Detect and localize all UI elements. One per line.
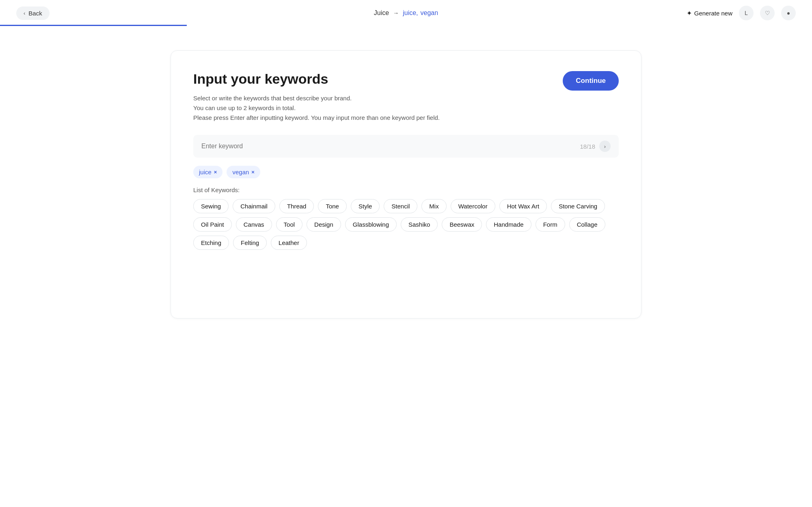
heart-icon: ♡ — [765, 10, 770, 16]
selected-tags: juice × vegan × — [193, 166, 619, 178]
back-button[interactable]: ‹ Back — [16, 6, 50, 20]
header-tag-juice: juice, — [403, 9, 418, 17]
input-arrow-button[interactable]: › — [599, 141, 611, 152]
keyword-chip-stone-carving[interactable]: Stone Carving — [551, 199, 605, 213]
header: ‹ Back Juice → juice, vegan ✦ Generate n… — [0, 0, 812, 26]
card-header: Input your keywords Select or write the … — [193, 71, 619, 123]
user-icon: L — [745, 10, 748, 16]
keyword-chip-etching[interactable]: Etching — [193, 236, 229, 250]
heart-icon-button[interactable]: ♡ — [760, 6, 775, 20]
brand-name: Juice — [374, 9, 389, 17]
header-tags: juice, vegan — [403, 9, 438, 17]
keyword-chip-design[interactable]: Design — [307, 217, 341, 232]
keyword-chip-thread[interactable]: Thread — [279, 199, 314, 213]
keyword-chip-mix[interactable]: Mix — [421, 199, 446, 213]
card-title-block: Input your keywords Select or write the … — [193, 71, 440, 123]
keyword-chip-handmade[interactable]: Handmade — [486, 217, 531, 232]
keyword-input-wrapper: 18/18 › — [193, 135, 619, 158]
keyword-chip-form[interactable]: Form — [536, 217, 565, 232]
back-label: Back — [28, 10, 42, 17]
keyword-chip-beeswax[interactable]: Beeswax — [442, 217, 482, 232]
desc-line-3: Please press Enter after inputting keywo… — [193, 113, 440, 123]
keyword-chip-felting[interactable]: Felting — [233, 236, 267, 250]
user-icon-button[interactable]: L — [739, 6, 754, 20]
progress-line — [0, 25, 187, 26]
arrow-icon: → — [393, 10, 399, 16]
list-label: List of Keywords: — [193, 186, 619, 193]
keyword-chip-tool[interactable]: Tool — [276, 217, 303, 232]
keyword-chip-sewing[interactable]: Sewing — [193, 199, 229, 213]
keyword-chip-leather[interactable]: Leather — [271, 236, 307, 250]
tag-vegan-close[interactable]: × — [251, 169, 255, 175]
continue-button[interactable]: Continue — [563, 71, 619, 91]
page-title: Input your keywords — [193, 71, 440, 87]
chevron-left-icon: ‹ — [24, 10, 25, 16]
star-icon: ✦ — [687, 9, 692, 17]
keyword-chip-collage[interactable]: Collage — [569, 217, 605, 232]
keyword-chip-chainmail[interactable]: Chainmail — [233, 199, 275, 213]
card-description: Select or write the keywords that best d… — [193, 93, 440, 123]
tag-vegan: vegan × — [227, 166, 260, 178]
settings-icon: ● — [787, 10, 790, 16]
keyword-chip-tone[interactable]: Tone — [318, 199, 347, 213]
tag-vegan-label: vegan — [232, 169, 249, 176]
tag-juice-label: juice — [199, 169, 212, 176]
header-right: ✦ Generate new L ♡ ● — [687, 6, 796, 20]
keyword-card: Input your keywords Select or write the … — [171, 50, 641, 318]
keyword-chip-canvas[interactable]: Canvas — [236, 217, 272, 232]
keyword-chip-style[interactable]: Style — [351, 199, 380, 213]
keyword-input[interactable] — [201, 143, 580, 150]
keyword-list: SewingChainmailThreadToneStyleStencilMix… — [193, 199, 619, 250]
main-content: Input your keywords Select or write the … — [0, 26, 812, 343]
tag-juice-close[interactable]: × — [214, 169, 217, 175]
header-center: Juice → juice, vegan — [374, 9, 438, 17]
keyword-chip-stencil[interactable]: Stencil — [384, 199, 417, 213]
keyword-chip-oil-paint[interactable]: Oil Paint — [193, 217, 232, 232]
generate-label: Generate new — [694, 10, 732, 17]
tag-juice: juice × — [193, 166, 222, 178]
header-tag-vegan: vegan — [421, 9, 438, 17]
keyword-count: 18/18 — [580, 143, 595, 150]
desc-line-1: Select or write the keywords that best d… — [193, 93, 440, 103]
settings-icon-button[interactable]: ● — [781, 6, 796, 20]
keyword-chip-glassblowing[interactable]: Glassblowing — [345, 217, 397, 232]
desc-line-2: You can use up to 2 keywords in total. — [193, 103, 440, 113]
arrow-right-icon: › — [604, 143, 606, 150]
generate-new-button[interactable]: ✦ Generate new — [687, 9, 732, 17]
keyword-chip-sashiko[interactable]: Sashiko — [401, 217, 438, 232]
keyword-chip-watercolor[interactable]: Watercolor — [451, 199, 495, 213]
keyword-chip-hot-wax-art[interactable]: Hot Wax Art — [499, 199, 547, 213]
